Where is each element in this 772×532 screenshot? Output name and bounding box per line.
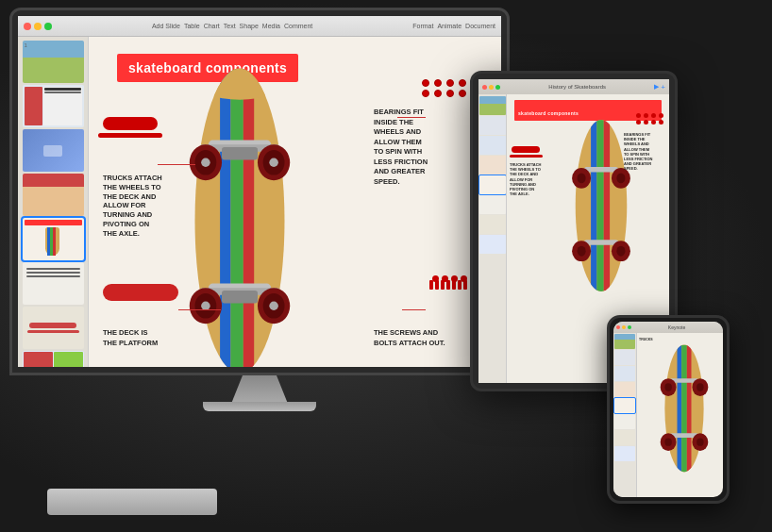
- monitor-base: [203, 402, 316, 411]
- tablet-slide-8[interactable]: [479, 235, 506, 254]
- tb-text[interactable]: Text: [224, 23, 236, 29]
- tablet-slide-2[interactable]: [479, 116, 506, 135]
- tablet-slide-4[interactable]: [479, 156, 506, 175]
- tablet-truck-icon: [512, 146, 541, 158]
- deck-shape-icon: [103, 284, 178, 301]
- tb-comment[interactable]: Comment: [284, 23, 312, 29]
- tablet-title: History of Skateboards: [502, 84, 652, 90]
- phone-skateboard: [656, 338, 713, 479]
- phone-slide-4[interactable]: [614, 382, 635, 397]
- tablet-add-button[interactable]: +: [661, 83, 665, 91]
- tablet-slide-5-active[interactable]: [479, 175, 506, 194]
- svg-point-36: [578, 246, 586, 257]
- truck-shape-icon: [103, 117, 158, 138]
- tb-add[interactable]: Add Slide: [152, 23, 180, 29]
- slide-thumb-8[interactable]: [23, 351, 84, 367]
- svg-rect-34: [584, 240, 618, 244]
- tb-document[interactable]: Document: [465, 23, 495, 29]
- svg-rect-43: [687, 345, 692, 474]
- slide-number-1: 1: [25, 42, 27, 48]
- svg-rect-26: [591, 120, 596, 291]
- trucks-annotation: TRUCKS ATTACH THE WHEELS TOTHE DECK ANDA…: [103, 174, 193, 238]
- slide-thumb-2[interactable]: [23, 85, 84, 127]
- phone-slide-8[interactable]: [614, 446, 635, 461]
- phone-device: Keynote: [607, 315, 730, 504]
- maximize-button[interactable]: [44, 23, 52, 30]
- svg-point-53: [696, 438, 704, 445]
- monitor-stand: [231, 375, 288, 404]
- slide-thumb-5[interactable]: [23, 218, 84, 260]
- tb-chart[interactable]: Chart: [204, 23, 220, 29]
- tablet-bearing-dots: [636, 113, 664, 125]
- svg-rect-4: [243, 69, 254, 368]
- phone-close[interactable]: [616, 325, 620, 329]
- svg-rect-29: [584, 167, 618, 172]
- svg-rect-42: [681, 345, 687, 474]
- phone-title: Keynote: [633, 324, 720, 330]
- monitor-screen: Add Slide Table Chart Text Shape Media C…: [18, 16, 501, 367]
- bearings-dots: [422, 79, 468, 97]
- phone-slide-6[interactable]: [614, 414, 635, 429]
- svg-point-48: [696, 383, 704, 391]
- slide-thumb-6[interactable]: [23, 262, 84, 305]
- tb-shape[interactable]: Shape: [240, 23, 259, 29]
- phone-slide-5[interactable]: [614, 398, 635, 413]
- screws-annotation-line: [402, 309, 426, 310]
- slide-panel: 1: [18, 37, 89, 367]
- close-button[interactable]: [24, 23, 31, 30]
- tablet-close[interactable]: [482, 85, 487, 90]
- tb-format[interactable]: Format: [412, 23, 433, 29]
- svg-rect-22: [222, 147, 258, 159]
- phone-slide-7[interactable]: [614, 430, 635, 445]
- tb-table[interactable]: Table: [184, 23, 200, 29]
- phone-sidebar: [613, 333, 637, 497]
- screen-toolbar: Add Slide Table Chart Text Shape Media C…: [18, 16, 501, 37]
- tb-media[interactable]: Media: [262, 23, 280, 29]
- tablet-bearings-text: BEARINGS FITINSIDE THEWHEELS ANDALLOW TH…: [624, 132, 666, 172]
- screws-annotation: THE SCREWS AND BOLTS ATTACH OUT.: [374, 328, 478, 348]
- phone-toolbar: Keynote: [613, 322, 723, 333]
- deck-heading: THE DECK IS: [103, 328, 188, 339]
- svg-rect-27: [596, 120, 603, 291]
- svg-point-33: [616, 173, 625, 183]
- screws-heading: THE SCREWS AND: [374, 328, 478, 339]
- slide-thumb-3[interactable]: [23, 129, 84, 172]
- toolbar-buttons: Add Slide Table Chart Text Shape Media C…: [55, 23, 410, 29]
- svg-point-51: [664, 438, 672, 445]
- phone-main-canvas: TRUCKS: [637, 333, 723, 497]
- phone-content: TRUCKS: [613, 333, 723, 497]
- svg-point-21: [269, 302, 278, 311]
- tablet-slide-1[interactable]: [479, 96, 506, 115]
- svg-point-46: [664, 383, 672, 391]
- tablet-slide-3[interactable]: [479, 136, 506, 155]
- phone-slide-2[interactable]: [614, 350, 635, 365]
- trucks-heading: TRUCKS ATTACH: [103, 174, 193, 183]
- phone-slide-1[interactable]: [614, 334, 635, 349]
- tablet-play-button[interactable]: ▶: [654, 83, 659, 91]
- svg-rect-28: [604, 120, 610, 291]
- phone-annotation: TRUCKS: [639, 338, 656, 342]
- slide-thumb-1[interactable]: 1: [23, 41, 84, 83]
- deck-annotation: THE DECK IS THE PLATFORM: [103, 328, 188, 348]
- phone-maximize[interactable]: [628, 325, 631, 329]
- tb-animate[interactable]: Animate: [437, 23, 462, 29]
- tablet-toolbar: History of Skateboards ▶ +: [478, 79, 669, 94]
- svg-rect-3: [231, 69, 243, 368]
- toolbar-right: Format Animate Document: [412, 23, 495, 29]
- phone-minimize[interactable]: [622, 325, 626, 329]
- tablet-slide-6[interactable]: [479, 195, 506, 214]
- minimize-button[interactable]: [34, 23, 42, 30]
- slide-canvas: skateboard components: [89, 37, 501, 367]
- svg-point-38: [616, 246, 625, 257]
- tablet-slide-7[interactable]: [479, 215, 506, 234]
- mac-mini: [47, 489, 217, 515]
- phone-slide-3[interactable]: [614, 366, 635, 381]
- svg-point-5: [195, 64, 285, 100]
- slide-thumb-7[interactable]: [23, 307, 84, 349]
- tablet-minimize[interactable]: [489, 85, 494, 90]
- slide-thumb-4[interactable]: [23, 174, 84, 216]
- tablet-maximize[interactable]: [495, 85, 500, 90]
- screws-lines: [429, 280, 468, 290]
- monitor: Add Slide Table Chart Text Shape Media C…: [9, 8, 510, 423]
- svg-rect-2: [220, 69, 230, 368]
